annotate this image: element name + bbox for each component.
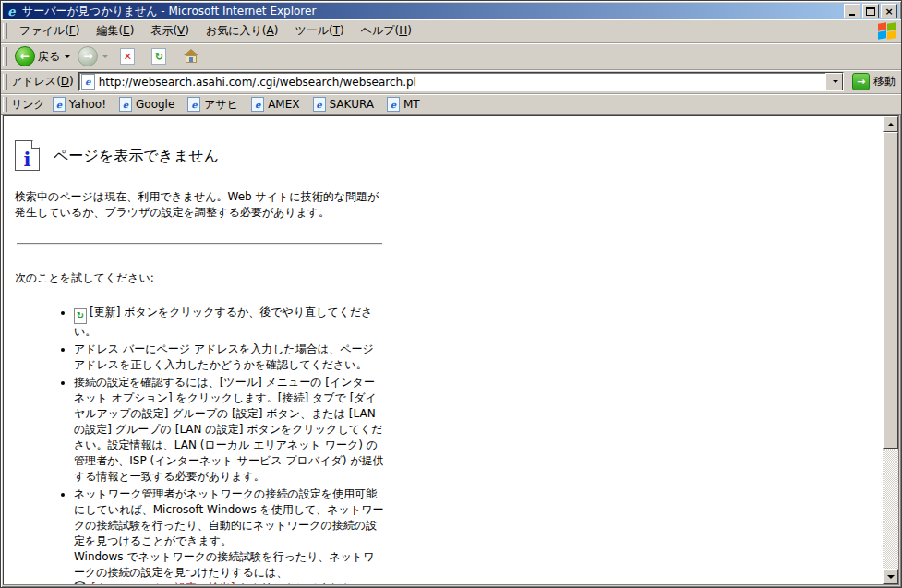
title-bar[interactable]: サーバーが見つかりません - Microsoft Internet Explor… (3, 3, 899, 19)
back-dropdown-icon[interactable] (65, 55, 70, 58)
address-label: アドレス(D) (11, 74, 74, 90)
close-button[interactable]: × (881, 4, 897, 18)
menu-item[interactable]: ヘルプ(H) (353, 21, 420, 41)
address-bar-grip[interactable] (3, 74, 7, 90)
scroll-up-button[interactable] (883, 116, 898, 132)
address-url[interactable]: http://websearch.asahi.com/.cgi/websearc… (99, 76, 825, 89)
links-bar-link[interactable]: アサヒ (187, 97, 238, 113)
menu-bar-grip[interactable] (3, 23, 7, 40)
menu-item[interactable]: 編集(E) (88, 21, 142, 41)
link-label: アサヒ (204, 97, 238, 113)
go-button[interactable]: → 移動 (848, 72, 901, 91)
ie-logo-icon (5, 5, 18, 18)
home-icon (183, 49, 199, 64)
links-bar-grip[interactable] (3, 97, 7, 111)
divider (17, 243, 382, 245)
scroll-down-button[interactable] (883, 569, 898, 584)
refresh-icon: ↻ (151, 48, 166, 65)
error-description: 検索中のページは現在、利用できません。Web サイトに技術的な問題が発生している… (15, 189, 386, 221)
scroll-up-icon (887, 123, 895, 126)
network-detect-icon[interactable] (74, 581, 88, 585)
suggestions-list: [更新] ボタンをクリックするか、後でやり直してください。アドレス バーにページ… (15, 305, 384, 585)
menu-item[interactable]: ツール(T) (286, 21, 352, 41)
scrollbar-thumb[interactable] (883, 132, 898, 449)
chevron-down-icon (833, 80, 838, 83)
link-label: Google (136, 98, 174, 111)
links-bar-link[interactable]: AMEX (251, 97, 299, 113)
refresh-button[interactable]: ↻ (143, 46, 174, 66)
links-label: リンク (11, 97, 45, 113)
link-label: MT (403, 98, 420, 111)
minimize-button[interactable] (844, 4, 860, 18)
forward-icon: → (78, 46, 98, 66)
stop-button[interactable]: ✕ (112, 46, 143, 66)
links-bar: リンク Yahoo!GoogleアサヒAMEXSAKURAMT (1, 94, 901, 115)
ie-favicon (251, 97, 264, 112)
refresh-page-icon (74, 308, 87, 324)
close-icon: × (884, 6, 893, 17)
toolbar-grip[interactable] (3, 47, 7, 66)
minimize-icon (849, 14, 855, 16)
links-bar-link[interactable]: MT (387, 97, 420, 113)
link-label: SAKURA (330, 98, 374, 111)
toolbar: ← 戻る → ✕ ↻ (1, 43, 901, 70)
links-bar-link[interactable]: Google (119, 97, 174, 113)
address-dropdown-button[interactable] (825, 73, 843, 90)
suggestion-item: [更新] ボタンをクリックするか、後でやり直してください。 (74, 305, 384, 340)
try-following-label: 次のことを試してください: (15, 270, 386, 286)
window-title: サーバーが見つかりません - Microsoft Internet Explor… (22, 4, 844, 19)
suggestion-item: ネットワーク管理者がネットワークの接続の設定を使用可能にしていれば、Micros… (74, 486, 384, 585)
menu-item[interactable]: 表示(V) (142, 21, 198, 41)
windows-logo-icon (874, 21, 898, 41)
scroll-down-icon (887, 575, 895, 579)
ie-favicon (187, 97, 200, 112)
maximize-icon (866, 7, 875, 16)
menu-item[interactable]: ファイル(F) (11, 21, 88, 41)
links-bar-link[interactable]: Yahoo! (53, 97, 106, 113)
back-label: 戻る (38, 49, 60, 65)
vertical-scrollbar[interactable] (883, 116, 898, 584)
error-header: i ページを表示できません (15, 140, 386, 171)
page-icon (81, 74, 95, 90)
ie-favicon (53, 97, 66, 112)
link-label: AMEX (268, 98, 299, 111)
page-title: ページを表示できません (54, 148, 219, 163)
browser-window: サーバーが見つかりません - Microsoft Internet Explor… (0, 0, 902, 588)
menu-bar-items: ファイル(F)編集(E)表示(V)お気に入り(A)ツール(T)ヘルプ(H) (11, 21, 420, 41)
info-page-icon: i (15, 140, 40, 171)
go-arrow-icon: → (852, 73, 870, 90)
maximize-button[interactable] (862, 4, 879, 18)
page-content: i ページを表示できません 検索中のページは現在、利用できません。Web サイト… (3, 115, 899, 585)
ie-favicon (119, 97, 132, 112)
home-button[interactable] (174, 47, 208, 66)
ie-favicon (313, 97, 326, 112)
stop-icon: ✕ (120, 48, 135, 65)
links-bar-link[interactable]: SAKURA (313, 97, 374, 113)
forward-button[interactable]: → (74, 44, 112, 68)
error-page-body: i ページを表示できません 検索中のページは現在、利用できません。Web サイト… (4, 116, 386, 585)
forward-dropdown-icon (102, 55, 108, 58)
address-bar: アドレス(D) http://websearch.asahi.com/.cgi/… (1, 70, 901, 94)
link-label: Yahoo! (69, 98, 106, 111)
address-input[interactable]: http://websearch.asahi.com/.cgi/websearc… (78, 72, 844, 91)
back-icon: ← (15, 46, 35, 66)
ie-favicon (387, 97, 400, 112)
menu-bar: ファイル(F)編集(E)表示(V)お気に入り(A)ツール(T)ヘルプ(H) (1, 19, 901, 43)
suggestion-item: 接続の設定を確認するには、[ツール] メニューの [インターネット オプション]… (74, 375, 384, 485)
suggestion-item: アドレス バーにページ アドレスを入力した場合は、ページ アドレスを正しく入力し… (74, 342, 384, 373)
links-bar-items: Yahoo!GoogleアサヒAMEXSAKURAMT (53, 97, 433, 113)
back-button[interactable]: ← 戻る (11, 44, 74, 68)
menu-item[interactable]: お気に入り(A) (198, 21, 286, 41)
go-label: 移動 (873, 74, 896, 90)
detect-network-settings-link[interactable]: [ネットワークの設定の検出] (91, 582, 235, 585)
